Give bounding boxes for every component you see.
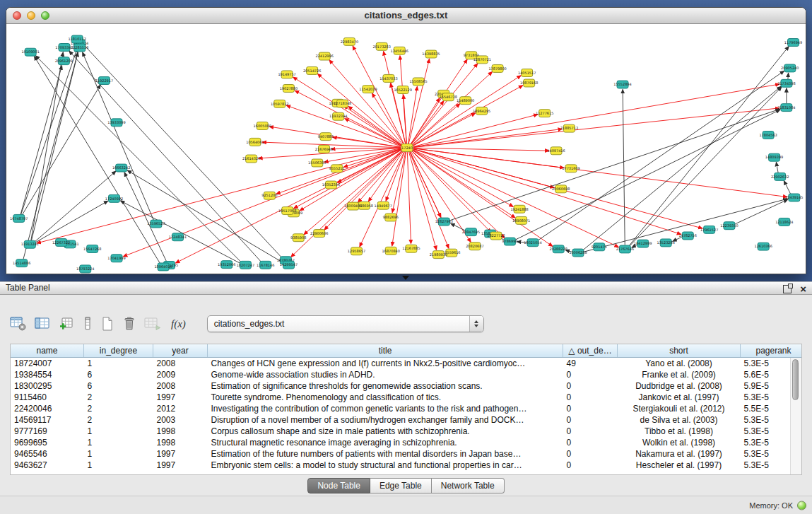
graph-node-label: 14398835: [422, 52, 440, 56]
graph-edge[interactable]: [294, 150, 401, 209]
tab-edge-table[interactable]: Edge Table: [370, 478, 432, 493]
column-header-year[interactable]: year: [153, 344, 208, 358]
network-canvas-svg[interactable]: 1709334315913374118101121010900112285516…: [6, 24, 806, 274]
import-table-icon: [144, 316, 161, 332]
graph-edge[interactable]: [413, 149, 681, 235]
graph-node-label: 21831084: [777, 105, 795, 110]
graph-edge[interactable]: [35, 56, 241, 262]
graph-edge[interactable]: [413, 148, 549, 151]
table-vertical-scrollbar[interactable]: [790, 358, 801, 474]
graph-edge[interactable]: [295, 90, 401, 146]
graph-node-label: 17961527: [700, 228, 718, 232]
column-header-name[interactable]: name: [11, 344, 84, 358]
network-window: citations_edges.txt 17093343159133741181…: [6, 7, 806, 274]
function-builder-button[interactable]: f(x): [169, 315, 188, 333]
zoom-window-button[interactable]: [41, 11, 49, 20]
graph-edge[interactable]: [623, 89, 625, 245]
graph-edge[interactable]: [37, 148, 401, 243]
network-table-selector[interactable]: citations_edges.txt: [207, 315, 484, 332]
graph-edge[interactable]: [630, 87, 782, 246]
delete-table-button[interactable]: [122, 315, 136, 333]
table-row[interactable]: 911546021997Tourette syndrome. Phenomeno…: [11, 392, 802, 403]
graph-node-label: 21767646: [616, 247, 634, 251]
column-header-short[interactable]: short: [618, 344, 741, 358]
cell-in_degree: 2: [84, 392, 153, 403]
graph-edge[interactable]: [69, 51, 261, 262]
cell-in_degree: 1: [84, 358, 153, 370]
graph-edge[interactable]: [413, 129, 563, 147]
table-row[interactable]: 977716911998Corpus callosum shape and si…: [11, 426, 802, 437]
graph-node-label: 14782756: [679, 233, 697, 238]
graph-edge[interactable]: [360, 151, 404, 247]
cell-out_degree: 49: [563, 358, 618, 370]
selection-mode-button[interactable]: [83, 315, 93, 333]
graph-edge[interactable]: [293, 77, 402, 146]
graph-node-label: 20820687: [466, 244, 483, 248]
create-column-button[interactable]: [59, 315, 75, 333]
cell-title: Tourette syndrome. Phenomenology and cla…: [208, 392, 563, 403]
graph-edge[interactable]: [82, 43, 281, 257]
graph-node-label: 9201471: [592, 245, 607, 249]
graph-edge[interactable]: [35, 201, 108, 243]
graph-edge[interactable]: [413, 150, 513, 207]
table-row[interactable]: 946362711997Embryonic stem cells: a mode…: [11, 460, 802, 471]
graph-edge[interactable]: [629, 46, 789, 245]
cell-short: Franke et al. (2009): [618, 369, 741, 380]
graph-edge[interactable]: [538, 71, 784, 240]
graph-edge[interactable]: [120, 201, 240, 263]
cell-in_degree: 6: [84, 369, 153, 380]
graph-node-label: 19149757: [278, 72, 295, 76]
table-row[interactable]: 2242004622012Investigating the contribut…: [11, 403, 802, 414]
graph-edge[interactable]: [412, 151, 505, 238]
float-panel-icon[interactable]: [783, 285, 792, 293]
graph-edge[interactable]: [409, 152, 437, 250]
graph-node-label: 18207247: [237, 263, 254, 267]
graph-edge[interactable]: [32, 52, 78, 240]
column-header-title[interactable]: title: [208, 344, 563, 358]
column-header-out_degree[interactable]: △ out_de…: [563, 344, 618, 358]
cell-in_degree: 1: [84, 426, 153, 437]
graph-edge[interactable]: [412, 104, 460, 146]
graph-edge[interactable]: [410, 151, 441, 217]
graph-node-label: 12167885: [402, 247, 420, 251]
new-file-button[interactable]: [100, 315, 114, 333]
table-row[interactable]: 1830029562008Estimation of significance …: [11, 380, 802, 392]
network-window-titlebar[interactable]: citations_edges.txt: [6, 8, 806, 24]
graph-edge[interactable]: [583, 86, 781, 250]
scrollbar-thumb[interactable]: [792, 359, 799, 400]
graph-edge[interactable]: [784, 181, 791, 194]
column-header-pagerank[interactable]: pagerank: [741, 344, 803, 358]
splitter-grip[interactable]: [402, 276, 409, 280]
graph-edge[interactable]: [776, 162, 778, 173]
graph-edge[interactable]: [22, 85, 100, 215]
table-toolbar: f(x) citations_edges.txt: [10, 313, 484, 334]
table-row[interactable]: 1938455462009Genome-wide association stu…: [11, 369, 802, 380]
graph-node-label: 15546738: [440, 95, 457, 99]
graph-node-label: 14299547: [280, 262, 298, 267]
network-canvas[interactable]: 1709334315913374118101121010900112285516…: [6, 24, 806, 274]
graph-edge[interactable]: [788, 73, 789, 79]
table-row[interactable]: 946554611997Estimation of the future num…: [11, 448, 802, 460]
cell-name: 9463627: [11, 460, 84, 471]
minimize-window-button[interactable]: [27, 11, 35, 20]
column-header-in_degree[interactable]: in_degree: [84, 344, 153, 358]
table-mode-button[interactable]: [10, 315, 27, 333]
close-window-button[interactable]: [13, 11, 21, 20]
table-row[interactable]: 1872400712008Changes of HCN gene express…: [11, 358, 802, 370]
show-columns-button[interactable]: [35, 315, 52, 333]
tab-network-table[interactable]: Network Table: [432, 478, 505, 493]
close-panel-icon[interactable]: ×: [800, 284, 806, 293]
graph-edge[interactable]: [35, 171, 116, 242]
tab-node-table[interactable]: Node Table: [307, 478, 370, 493]
graph-edge[interactable]: [286, 105, 401, 146]
table-row[interactable]: 1456911722003Disruption of a novel membe…: [11, 414, 802, 426]
graph-edge[interactable]: [413, 76, 522, 146]
graph-edge[interactable]: [21, 48, 78, 214]
graph-edge[interactable]: [413, 150, 516, 218]
import-table-button[interactable]: [144, 315, 161, 333]
graph-edge[interactable]: [516, 110, 780, 240]
graph-edge[interactable]: [407, 152, 411, 244]
graph-node-label: 13933099: [107, 120, 125, 124]
graph-node-label: 19241888: [510, 207, 528, 211]
table-row[interactable]: 969969511998Structural magnetic resonanc…: [11, 437, 802, 448]
